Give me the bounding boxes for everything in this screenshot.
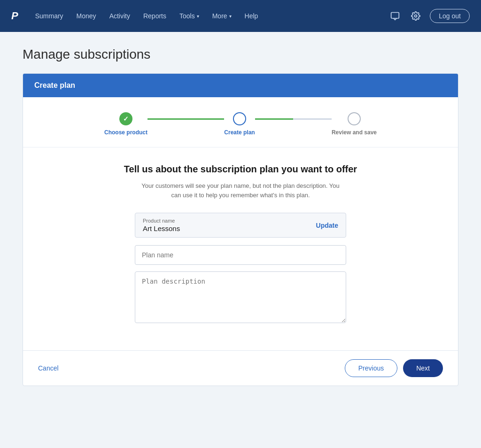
settings-icon-button[interactable] [409, 9, 422, 23]
nav-item-reports[interactable]: Reports [138, 8, 172, 23]
cancel-link[interactable]: Cancel [38, 364, 59, 372]
nav-item-money[interactable]: Money [71, 8, 102, 23]
stepper-inner: Choose product Create plan Review and sa… [104, 112, 377, 136]
tools-chevron-icon: ▾ [197, 14, 199, 19]
paypal-logo: P [11, 10, 18, 22]
message-icon-button[interactable] [388, 9, 402, 23]
navbar: P Summary Money Activity Reports Tools ▾… [0, 0, 481, 32]
form-heading: Tell us about the subscription plan you … [46, 162, 435, 176]
form-section: Tell us about the subscription plan you … [23, 147, 458, 350]
more-chevron-icon: ▾ [229, 14, 232, 19]
step-label-choose-product: Choose product [104, 129, 147, 136]
form-subtext: Your customers will see your plan name, … [137, 181, 344, 200]
checkmark-icon [123, 115, 129, 123]
page-title: Manage subscriptions [23, 47, 458, 62]
plan-description-textarea[interactable] [135, 271, 346, 323]
nav-item-more[interactable]: More ▾ [207, 8, 237, 23]
plan-name-group [135, 245, 346, 265]
previous-button[interactable]: Previous [345, 359, 397, 377]
navbar-actions: Log out [388, 9, 470, 23]
card-header: Create plan [23, 74, 458, 97]
product-name-label: Product name [143, 218, 180, 224]
step-circle-create-plan [233, 112, 246, 125]
gear-icon [411, 11, 420, 21]
main-content: Manage subscriptions Create plan Choose … [0, 32, 481, 401]
step-review-save: Review and save [332, 112, 377, 136]
plan-name-input[interactable] [135, 245, 346, 265]
logout-button[interactable]: Log out [430, 9, 470, 23]
nav-item-summary[interactable]: Summary [30, 8, 69, 23]
nav-item-activity[interactable]: Activity [104, 8, 136, 23]
step-choose-product: Choose product [104, 112, 147, 136]
footer-actions: Previous Next [345, 359, 443, 377]
step-label-create-plan: Create plan [224, 129, 255, 136]
svg-point-1 [415, 15, 417, 17]
product-name-info: Product name Art Lessons [143, 218, 180, 232]
product-name-value: Art Lessons [143, 224, 180, 232]
step-circle-choose-product [119, 112, 132, 125]
step-label-review-save: Review and save [332, 129, 377, 136]
create-plan-card: Create plan Choose product Create plan [23, 73, 458, 386]
card-header-title: Create plan [34, 81, 75, 89]
nav-links: Summary Money Activity Reports Tools ▾ M… [30, 8, 389, 23]
connector-2 [255, 118, 332, 120]
card-footer: Cancel Previous Next [23, 350, 458, 386]
connector-1 [147, 118, 224, 120]
plan-description-group [135, 271, 346, 325]
step-create-plan: Create plan [224, 112, 255, 136]
message-icon [390, 11, 400, 21]
update-link[interactable]: Update [316, 222, 338, 229]
nav-item-tools[interactable]: Tools ▾ [174, 8, 205, 23]
stepper: Choose product Create plan Review and sa… [23, 97, 458, 147]
product-name-row: Product name Art Lessons Update [135, 213, 346, 238]
step-circle-review-save [348, 112, 361, 125]
next-button[interactable]: Next [403, 359, 443, 377]
svg-rect-0 [391, 13, 399, 19]
nav-item-help[interactable]: Help [239, 8, 264, 23]
